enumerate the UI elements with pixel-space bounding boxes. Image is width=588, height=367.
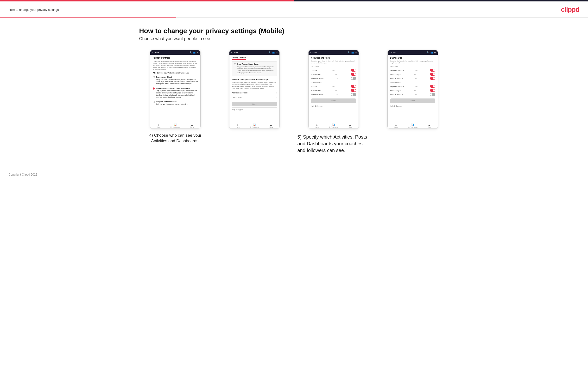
save-btn-4[interactable]: Save xyxy=(390,99,435,103)
person-icon-2[interactable]: 👥 xyxy=(272,51,275,54)
radio-text-everyone: Everyone on Clippd Everyone on Clippd ca… xyxy=(156,76,198,85)
radio-option-everyone[interactable]: Everyone on Clippd Everyone on Clippd ca… xyxy=(153,75,198,86)
toggle-status-3a: ON xyxy=(332,70,334,71)
toggle-followers-roundinsights: Round Insights ON xyxy=(390,88,435,92)
person-icon-4[interactable]: 👥 xyxy=(431,51,433,54)
home-icon-3: ⌂ xyxy=(316,124,318,126)
person-icon-3[interactable]: 👥 xyxy=(351,51,354,54)
back-chevron-icon: ‹ xyxy=(152,52,153,53)
nav-menu-4[interactable]: ☰ Menu xyxy=(421,124,438,128)
toggle-coaches-playerdash-switch[interactable] xyxy=(430,69,435,72)
nav-menu-label-3: Menu xyxy=(348,126,352,128)
toggle-status-4c: ON xyxy=(415,78,417,79)
nav-menu-2[interactable]: ☰ Menu xyxy=(263,124,279,128)
nav-home-1[interactable]: ⌂ Home xyxy=(150,124,167,128)
toggle-followers-playerdash-switch[interactable] xyxy=(430,85,435,88)
screen3-title: Activities and Posts xyxy=(311,57,356,59)
phone-topbar-3: ‹ < Back 🔍 👥 ⚙ xyxy=(309,50,359,55)
person-icon[interactable]: 👥 xyxy=(193,51,196,54)
toggle-followers-drills-label: Practice Drills xyxy=(311,90,321,91)
nav-home-4[interactable]: ⌂ Home xyxy=(388,124,404,128)
page-subtitle: Choose what you want people to see xyxy=(139,36,449,41)
toggle-coaches-whattowork-label: What To Work On xyxy=(390,78,403,79)
toggle-followers-drills: Practice Drills ON xyxy=(311,88,356,92)
toggle-coaches-roundinsights-switch[interactable] xyxy=(430,73,435,76)
radio-option-coach-only[interactable]: Only You and Your Coach Only you and the… xyxy=(153,100,198,106)
header: How to change your privacy settings clip… xyxy=(0,1,588,17)
coaches-label-3: COACHES xyxy=(311,66,356,67)
back-chevron-icon-2: ‹ xyxy=(231,52,232,53)
toggle-coaches-manual-label: Manual Activities xyxy=(311,78,323,79)
save-btn-2[interactable]: Save xyxy=(232,102,277,106)
toggle-coaches-drills: Practice Drills ON xyxy=(311,72,356,76)
phone-content-2: Privacy Controls Only You and Your Coach… xyxy=(229,55,279,122)
nav-performance-label-2: My Performance xyxy=(250,126,259,128)
popover-2: Only You and Your Coach Only you and the… xyxy=(232,61,277,77)
search-icon-3[interactable]: 🔍 xyxy=(348,51,350,54)
search-icon[interactable]: 🔍 xyxy=(190,51,192,54)
nav-performance-4[interactable]: 📊 My Performance xyxy=(404,124,421,128)
toggle-coaches-roundinsights-label: Round Insights xyxy=(390,74,401,75)
caption-1: 4) Choose who can see your Activities an… xyxy=(149,133,202,144)
toggle-followers-manual-label: Manual Activities xyxy=(311,94,323,95)
radio-option-followers[interactable]: Only Approved Followers and Your Coach O… xyxy=(153,86,198,100)
screen1-desc: Control how and your data appears to eve… xyxy=(153,60,198,70)
radio-circle-everyone xyxy=(153,76,155,78)
toggle-status-4d: ON xyxy=(415,86,417,87)
phone-content-1: Privacy Controls Control how and your da… xyxy=(150,55,200,122)
toggle-status-3c: ON xyxy=(336,78,338,79)
back-btn-3[interactable]: ‹ < Back xyxy=(311,52,317,53)
toggle-coaches-rounds-switch[interactable] xyxy=(351,69,356,72)
home-icon: ⌂ xyxy=(158,124,159,126)
back-btn-4[interactable]: ‹ < Back xyxy=(389,52,396,53)
toggle-followers-manual: Manual Activities ON xyxy=(311,92,356,97)
menu-icon-1: ☰ xyxy=(191,124,193,126)
settings-icon-3[interactable]: ⚙ xyxy=(355,51,357,54)
caption-right: 5) Specify which Activities, Posts and D… xyxy=(297,133,370,154)
show-hide-desc: Regardless of the privacy controls that … xyxy=(232,81,277,89)
toggle-status-4b: ON xyxy=(414,74,416,75)
phone-bottom-nav-4: ⌂ Home 📊 My Performance ☰ Menu xyxy=(388,122,438,128)
followers-label-4: FOLLOWERS xyxy=(390,82,435,83)
nav-home-2[interactable]: ⌂ Home xyxy=(229,124,246,128)
toggle-followers-whattowork-switch[interactable] xyxy=(430,93,435,96)
toggle-followers-drills-switch[interactable] xyxy=(351,89,356,92)
toggle-followers-rounds: Rounds ON xyxy=(311,84,356,88)
menu-activities-posts[interactable]: Activities and Posts › xyxy=(232,91,277,95)
nav-home-label-2: Home xyxy=(236,126,240,128)
menu-icon-3: ☰ xyxy=(349,124,351,126)
toggle-coaches-whattowork-switch[interactable] xyxy=(430,77,435,80)
chart-icon-3: 📊 xyxy=(332,124,335,126)
popover-desc: Only you and the coaches you connect wit… xyxy=(237,66,275,74)
phone-content-4: Dashboards Select the dashboards that yo… xyxy=(388,55,438,122)
search-icon-2[interactable]: 🔍 xyxy=(269,51,271,54)
nav-performance-2[interactable]: 📊 My Performance xyxy=(246,124,263,128)
search-icon-4[interactable]: 🔍 xyxy=(427,51,429,54)
toggle-followers-manual-switch[interactable] xyxy=(351,93,356,96)
privacy-tab-2[interactable]: Privacy Controls xyxy=(232,57,246,60)
nav-home-label-3: Home xyxy=(315,126,319,128)
toggle-coaches-rounds: Rounds ON xyxy=(311,68,356,72)
nav-performance-1[interactable]: 📊 My Performance xyxy=(167,124,183,128)
toggle-coaches-manual: Manual Activities ON xyxy=(311,76,356,80)
back-label-2: < Back xyxy=(233,52,238,53)
settings-icon-2[interactable]: ⚙ xyxy=(276,51,277,54)
nav-performance-3[interactable]: 📊 My Performance xyxy=(325,124,342,128)
toggle-coaches-manual-switch[interactable] xyxy=(351,77,356,80)
back-btn-2[interactable]: ‹ < Back xyxy=(231,52,238,53)
back-btn-1[interactable]: ‹ < Back xyxy=(152,52,159,53)
main-content: How to change your privacy settings (Mob… xyxy=(130,17,458,168)
menu-dashboards[interactable]: Dashboards › xyxy=(232,95,277,100)
nav-menu-3[interactable]: ☰ Menu xyxy=(342,124,359,128)
toggle-coaches-drills-switch[interactable] xyxy=(351,73,356,76)
toggle-status-3d: ON xyxy=(332,86,334,87)
settings-icon[interactable]: ⚙ xyxy=(197,51,199,54)
nav-menu-1[interactable]: ☰ Menu xyxy=(184,124,200,128)
toggle-followers-roundinsights-switch[interactable] xyxy=(430,89,435,92)
settings-icon-4[interactable]: ⚙ xyxy=(434,51,436,54)
copyright: Copyright Clippd 2022 xyxy=(9,173,37,176)
toggle-followers-rounds-switch[interactable] xyxy=(351,85,356,88)
toggle-status-4a: ON xyxy=(415,70,417,71)
nav-home-3[interactable]: ⌂ Home xyxy=(309,124,325,128)
save-btn-3[interactable]: Save xyxy=(311,99,356,103)
